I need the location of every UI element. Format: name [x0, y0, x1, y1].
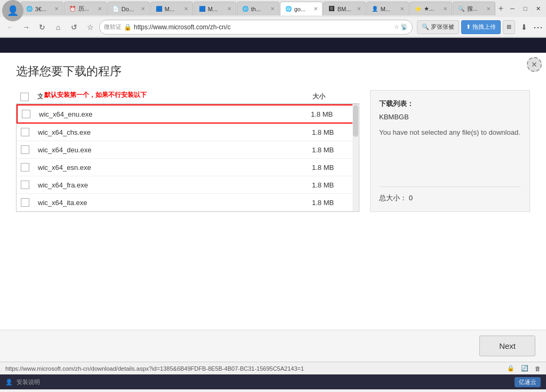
- file-row-3[interactable]: wic_x64_deu.exe 1.8 MB: [17, 141, 359, 159]
- tab-3-favicon: 📄: [112, 5, 119, 13]
- filename-column-header: 文件名: [37, 93, 57, 100]
- rss-icon[interactable]: 📡: [400, 23, 408, 30]
- file-4-name: wic_x64_esn.exe: [38, 164, 91, 172]
- file-row-4[interactable]: wic_x64_esn.exe 1.8 MB: [17, 159, 359, 176]
- address-bar[interactable]: 微软证 🔒 https://www.microsoft.com/zh-cn/c …: [99, 20, 413, 35]
- star-icon[interactable]: ☆: [394, 23, 399, 30]
- tab-1-favicon: 🌐: [26, 5, 33, 13]
- select-all-checkbox[interactable]: [20, 93, 29, 101]
- tab-10-label: ★...: [424, 5, 441, 12]
- upload-icon: ⬆: [466, 23, 471, 30]
- window-controls: ─ □ ✕: [507, 3, 544, 14]
- file-row-5[interactable]: wic_x64_fra.exe 1.8 MB: [17, 176, 359, 194]
- bookmark-button[interactable]: ☆: [83, 20, 97, 34]
- file-row-2[interactable]: wic_x64_chs.exe 1.8 MB: [17, 124, 359, 141]
- tab-9-favicon: 👤: [371, 5, 379, 13]
- close-button[interactable]: ✕: [532, 3, 544, 14]
- tab-7-label: go...: [294, 6, 311, 12]
- tab-1-close[interactable]: ✕: [54, 6, 59, 12]
- tab-10[interactable]: ⭐ ★... ✕: [410, 2, 452, 15]
- upload-button[interactable]: ⬆ 拖拽上传: [461, 20, 501, 34]
- scrollbar-thumb[interactable]: [353, 105, 358, 137]
- page-title: 选择您要下载的程序: [16, 63, 530, 79]
- search-box[interactable]: 🔍 罗张张被: [417, 20, 459, 34]
- tab-4[interactable]: 🟦 M... ✕: [150, 2, 193, 15]
- browser-chrome: 👤 🌐 3€... ✕ ⏰ 历... ✕ 📄 Do... ✕ 🟦 M... ✕ …: [0, 0, 546, 38]
- file-table-header: 文件名 大小: [16, 90, 359, 104]
- tab-bar: 👤 🌐 3€... ✕ ⏰ 历... ✕ 📄 Do... ✕ 🟦 M... ✕ …: [0, 0, 546, 17]
- tab-11-favicon: 🔍: [457, 5, 465, 13]
- tab-7[interactable]: 🌐 go... ✕: [280, 2, 323, 15]
- tab-5[interactable]: 🟦 M... ✕: [194, 2, 236, 15]
- main-area: ✕ 选择您要下载的程序 文件名 大小: [0, 53, 546, 362]
- download-button[interactable]: ⬇: [517, 20, 531, 34]
- tab-3-label: Do...: [122, 6, 139, 12]
- tab-4-close[interactable]: ✕: [184, 6, 188, 12]
- tab-6-label: th...: [251, 6, 268, 12]
- file-4-checkbox[interactable]: [21, 163, 29, 172]
- home-button[interactable]: ⌂: [51, 20, 65, 34]
- tab-8-close[interactable]: ✕: [357, 6, 361, 12]
- minimize-button[interactable]: ─: [507, 3, 518, 14]
- file-row-1[interactable]: wic_x64_enu.exe 1.8 MB: [17, 104, 359, 124]
- file-5-size: 1.8 MB: [312, 181, 334, 189]
- content-layout: 文件名 大小 默认安装第一个，如果不行安装以下: [16, 90, 530, 212]
- tab-2-favicon: ⏰: [69, 5, 76, 13]
- file-row-6[interactable]: wic_x64_ita.exe 1.8 MB: [17, 194, 359, 211]
- file-5-checkbox[interactable]: [21, 181, 29, 189]
- file-6-checkbox[interactable]: [21, 198, 29, 207]
- tab-5-close[interactable]: ✕: [227, 6, 231, 12]
- tab-9[interactable]: 👤 M... ✕: [366, 2, 409, 15]
- tab-9-close[interactable]: ✕: [400, 6, 404, 12]
- status-icon-2: 🔄: [521, 365, 528, 372]
- tab-7-close[interactable]: ✕: [314, 6, 318, 12]
- tab-10-close[interactable]: ✕: [443, 6, 447, 12]
- close-overlay-button[interactable]: ✕: [527, 57, 542, 72]
- new-tab-button[interactable]: +: [496, 2, 506, 15]
- status-icon-3: 🗑: [535, 365, 541, 372]
- maximize-button[interactable]: □: [519, 3, 531, 14]
- tab-6-close[interactable]: ✕: [270, 6, 275, 12]
- windows-logo[interactable]: ⊞: [503, 20, 515, 34]
- address-bar-actions: ☆ 📡: [394, 23, 408, 30]
- file-2-size: 1.8 MB: [312, 128, 334, 136]
- tab-6[interactable]: 🌐 th... ✕: [237, 2, 279, 15]
- tab-11[interactable]: 🔍 搜... ✕: [453, 2, 495, 15]
- tab-2-close[interactable]: ✕: [98, 6, 102, 12]
- tab-11-close[interactable]: ✕: [486, 6, 491, 12]
- tab-2[interactable]: ⏰ 历... ✕: [64, 2, 107, 15]
- total-size: 总大小： 0: [379, 186, 521, 203]
- file-1-size: 1.8 MB: [311, 110, 333, 118]
- tab-8-favicon: 🅱: [328, 5, 335, 13]
- top-dark-bar: [0, 38, 546, 53]
- download-list-title: 下载列表：: [379, 99, 521, 109]
- tab-10-favicon: ⭐: [414, 5, 422, 13]
- file-list-wrapper: 默认安装第一个，如果不行安装以下 wic_x64_enu.exe: [16, 104, 359, 212]
- address-url: https://www.microsoft.com/zh-cn/c: [134, 23, 392, 31]
- file-3-checkbox[interactable]: [21, 145, 29, 154]
- tab-7-favicon: 🌐: [285, 5, 292, 13]
- reload-button[interactable]: ↻: [35, 20, 49, 34]
- tab-1-label: 3€...: [35, 6, 52, 12]
- file-1-name: wic_x64_enu.exe: [39, 110, 92, 118]
- tab-8[interactable]: 🅱 BM... ✕: [323, 2, 366, 15]
- tab-3-close[interactable]: ✕: [141, 6, 145, 12]
- file-6-size: 1.8 MB: [312, 199, 334, 207]
- file-2-name: wic_x64_chs.exe: [38, 128, 91, 136]
- back-button[interactable]: ←: [3, 20, 17, 34]
- file-1-checkbox[interactable]: [22, 110, 30, 118]
- refresh-button[interactable]: ↺: [67, 20, 81, 34]
- scrollbar-track[interactable]: [352, 104, 359, 211]
- file-2-checkbox[interactable]: [21, 128, 29, 136]
- file-3-name: wic_x64_deu.exe: [38, 146, 91, 154]
- cert-label: 微软证: [104, 23, 122, 31]
- bottom-bar: 👤 安装说明 亿速云: [0, 374, 546, 389]
- forward-button[interactable]: →: [19, 20, 33, 34]
- tab-1[interactable]: 🌐 3€... ✕: [21, 2, 63, 15]
- tab-3[interactable]: 📄 Do... ✕: [107, 2, 150, 15]
- tab-4-label: M...: [165, 6, 182, 12]
- user-avatar: 👤: [2, 0, 23, 21]
- file-list-container: wic_x64_enu.exe 1.8 MB wic_x64_chs: [16, 104, 359, 212]
- menu-button[interactable]: ⋯: [533, 21, 543, 33]
- next-button[interactable]: Next: [479, 336, 535, 356]
